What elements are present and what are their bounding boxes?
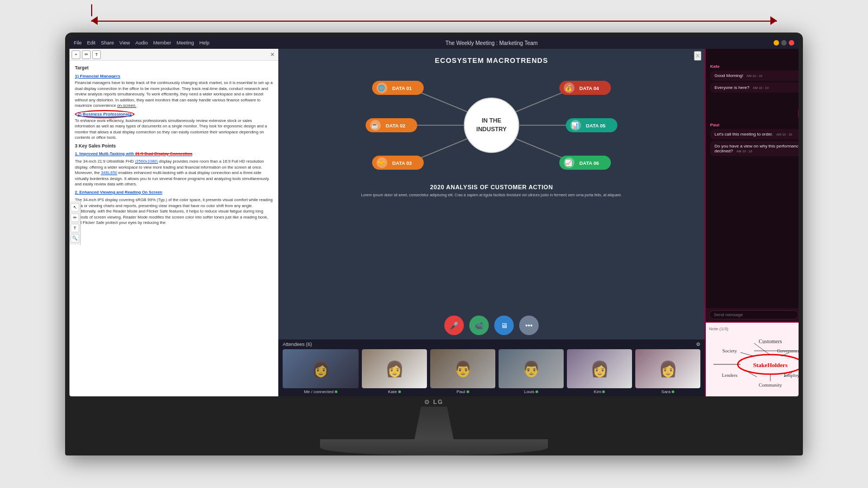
side-tool-cursor[interactable]: ↖ bbox=[71, 203, 79, 211]
svg-text:DATA 03: DATA 03 bbox=[392, 160, 412, 166]
document-panel: + ✏ T ✕ ↖ ✏ T 🔍 Target 1) Financial bbox=[69, 49, 278, 396]
attendee-video-louis: 👨 bbox=[499, 349, 564, 388]
chat-bubble-3: Let's call this meeting to order. AM 10 … bbox=[710, 129, 799, 139]
doc-section-1-title: 1) Financial Managers bbox=[75, 73, 273, 79]
slide-body-text: Lorem ipsum dolor sit amet, consectetur … bbox=[361, 192, 622, 197]
svg-text:Community: Community bbox=[758, 382, 782, 388]
menu-edit[interactable]: Edit bbox=[87, 40, 96, 46]
attendee-name-sara: Sara bbox=[661, 389, 674, 394]
note-panel: Note (1/3) ✕ Customers Society Governmen… bbox=[706, 322, 799, 396]
doc-section-3-title: 3 Key Sales Points bbox=[75, 143, 273, 150]
svg-text:DATA 05: DATA 05 bbox=[586, 123, 605, 129]
status-dot-self bbox=[335, 390, 337, 393]
doc-section-1-text: Financial managers have to keep track of… bbox=[75, 80, 273, 109]
chat-panel: Kate Good Morning! AM 10 : 10 Everyone i… bbox=[705, 49, 799, 396]
doc-close-button[interactable]: ✕ bbox=[269, 50, 276, 58]
note-header: Note (1/3) ✕ bbox=[709, 326, 799, 331]
attendee-name-paul: Paul bbox=[456, 389, 469, 394]
svg-line-5 bbox=[421, 139, 467, 158]
attendee-sara: 👩 Sara bbox=[635, 349, 700, 394]
attendee-paul: 👨 Paul bbox=[430, 349, 495, 394]
measurement-bar bbox=[91, 10, 777, 31]
attendees-bar: Attendees (6) ⚙ 👩 Me / connected bbox=[278, 339, 705, 396]
monitor-screen: File Edit Share View Audio Member Meetin… bbox=[69, 37, 799, 396]
doc-content: Target 1) Financial Managers Financial m… bbox=[69, 61, 278, 396]
side-tool-pen[interactable]: ✏ bbox=[71, 213, 79, 222]
attendee-video-paul: 👨 bbox=[430, 349, 495, 388]
status-dot-kim bbox=[602, 390, 605, 393]
presentation-close-button[interactable]: ✕ bbox=[694, 51, 701, 61]
chat-input[interactable] bbox=[709, 310, 799, 319]
svg-text:IN THE: IN THE bbox=[482, 117, 501, 124]
svg-line-6 bbox=[516, 93, 562, 112]
attendee-photo-self: 👩 bbox=[283, 349, 359, 388]
main-content: + ✏ T ✕ ↖ ✏ T 🔍 Target 1) Financial bbox=[69, 49, 799, 396]
chat-group-paul: Paul Let's call this meeting to order. A… bbox=[710, 123, 799, 156]
video-controls: 🎤 📹 🖥 ••• bbox=[278, 311, 705, 339]
doc-underline: on-screen. bbox=[117, 103, 136, 108]
doc-section-2-text: To enhance work efficiency, business pro… bbox=[75, 118, 273, 141]
toolbar-text[interactable]: T bbox=[92, 50, 101, 59]
svg-text:💰: 💰 bbox=[565, 84, 572, 92]
attendee-video-sara: 👩 bbox=[635, 349, 700, 388]
doc-subsection-2-title: 2. Enhanced Viewing and Reading On Scree… bbox=[75, 190, 273, 196]
window-title: The Weekly Meeting : Marketing Team bbox=[445, 40, 538, 46]
toolbar-plus[interactable]: + bbox=[72, 50, 80, 59]
measurement-tick-left bbox=[91, 4, 92, 16]
attendees-grid: 👩 Me / connected 👩 bbox=[283, 349, 700, 394]
attendee-photo-louis: 👨 bbox=[499, 349, 564, 388]
toolbar-pen[interactable]: ✏ bbox=[82, 50, 91, 59]
menu-bar: File Edit Share View Audio Member Meetin… bbox=[74, 40, 209, 46]
svg-text:DATA 01: DATA 01 bbox=[392, 86, 412, 91]
svg-text:🤝: 🤝 bbox=[378, 159, 385, 166]
svg-text:📊: 📊 bbox=[571, 121, 579, 129]
chat-bubble-4: Do you have a view on why this performan… bbox=[710, 141, 799, 156]
attendees-settings-icon[interactable]: ⚙ bbox=[696, 342, 700, 347]
attendee-video-self: 👩 bbox=[283, 349, 359, 388]
more-button[interactable]: ••• bbox=[519, 316, 539, 335]
menu-share[interactable]: Share bbox=[101, 40, 114, 46]
maximize-button[interactable] bbox=[781, 40, 787, 46]
svg-text:DATA 04: DATA 04 bbox=[579, 86, 599, 91]
status-dot-louis bbox=[535, 390, 538, 393]
side-tool-text[interactable]: T bbox=[71, 223, 79, 232]
note-svg: Customers Society Government StakeHolder… bbox=[709, 333, 799, 393]
note-drawing: Customers Society Government StakeHolder… bbox=[709, 333, 799, 393]
share-button[interactable]: 🖥 bbox=[494, 316, 514, 335]
attendees-count-label: Attendees (6) bbox=[283, 342, 312, 347]
menu-help[interactable]: Help bbox=[200, 40, 210, 46]
side-tool-zoom[interactable]: 🔍 bbox=[71, 234, 79, 242]
monitor-stand-base bbox=[320, 439, 548, 455]
window-controls bbox=[774, 40, 794, 46]
chat-group-kate: Kate Good Morning! AM 10 : 10 Everyone i… bbox=[710, 64, 799, 93]
minimize-button[interactable] bbox=[774, 40, 779, 46]
doc-subsection-1-text: The 34-inch 21:9 UltraWide FHD (2560x108… bbox=[75, 159, 273, 188]
svg-text:INDUSTRY: INDUSTRY bbox=[476, 126, 507, 132]
note-title: Note (1/3) bbox=[709, 326, 729, 331]
close-button[interactable] bbox=[789, 40, 794, 46]
status-dot-sara bbox=[672, 390, 674, 393]
svg-text:DATA 06: DATA 06 bbox=[579, 160, 599, 166]
attendee-name-louis: Louis bbox=[524, 389, 538, 394]
menu-view[interactable]: View bbox=[119, 40, 130, 46]
menu-meeting[interactable]: Meeting bbox=[176, 40, 194, 46]
attendee-photo-kim: 👩 bbox=[567, 349, 632, 388]
arrow-left-icon bbox=[91, 16, 98, 25]
menu-file[interactable]: File bbox=[74, 40, 82, 46]
attendee-photo-kate: 👩 bbox=[362, 349, 427, 388]
mute-button[interactable]: 🎤 bbox=[444, 316, 464, 335]
attendee-name-kim: Kim bbox=[594, 389, 605, 394]
doc-annotation: 2) Business Professionals bbox=[75, 110, 135, 118]
chat-messages: Kate Good Morning! AM 10 : 10 Everyone i… bbox=[706, 61, 799, 308]
menu-member[interactable]: Member bbox=[153, 40, 171, 46]
slide-content: ECOSYSTEM MACROTRENDS IN THE INDUSTRY bbox=[278, 49, 705, 311]
attendee-video-kim: 👩 bbox=[567, 349, 632, 388]
video-button[interactable]: 📹 bbox=[469, 316, 489, 335]
lg-logo: ⊙ LG bbox=[65, 396, 803, 407]
attendee-photo-sara: 👩 bbox=[635, 349, 700, 388]
meeting-app: File Edit Share View Audio Member Meetin… bbox=[69, 37, 799, 396]
doc-title: Target bbox=[75, 65, 273, 72]
menu-audio[interactable]: Audio bbox=[135, 40, 148, 46]
side-toolbar: ↖ ✏ T 🔍 bbox=[69, 201, 81, 245]
doc-toolbar: + ✏ T bbox=[69, 49, 278, 61]
